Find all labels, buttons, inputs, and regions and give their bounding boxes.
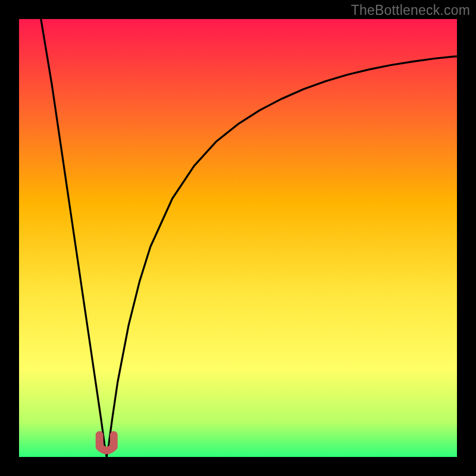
- gradient-background: [19, 19, 457, 457]
- chart-frame: TheBottleneck.com: [0, 0, 476, 476]
- plot-svg: [19, 19, 457, 457]
- watermark-text: TheBottleneck.com: [351, 2, 470, 18]
- plot-area: [19, 19, 457, 457]
